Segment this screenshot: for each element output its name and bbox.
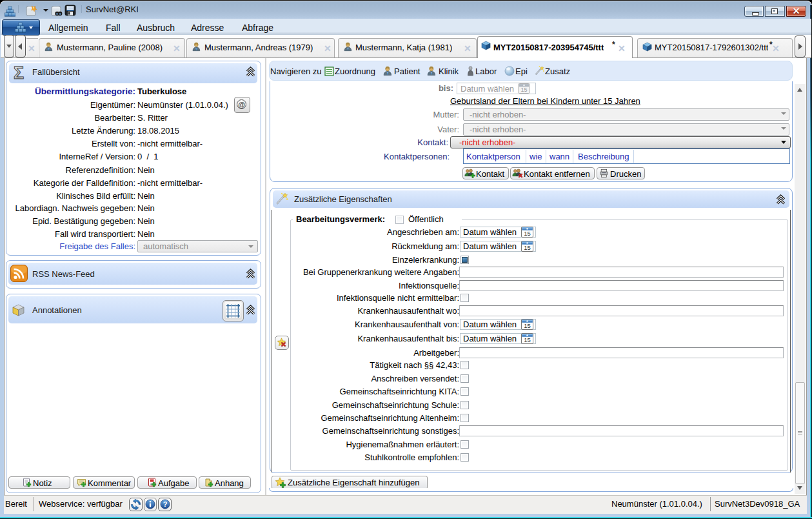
svg-text:Σ: Σ [14, 64, 24, 82]
svg-text:?: ? [163, 500, 168, 508]
